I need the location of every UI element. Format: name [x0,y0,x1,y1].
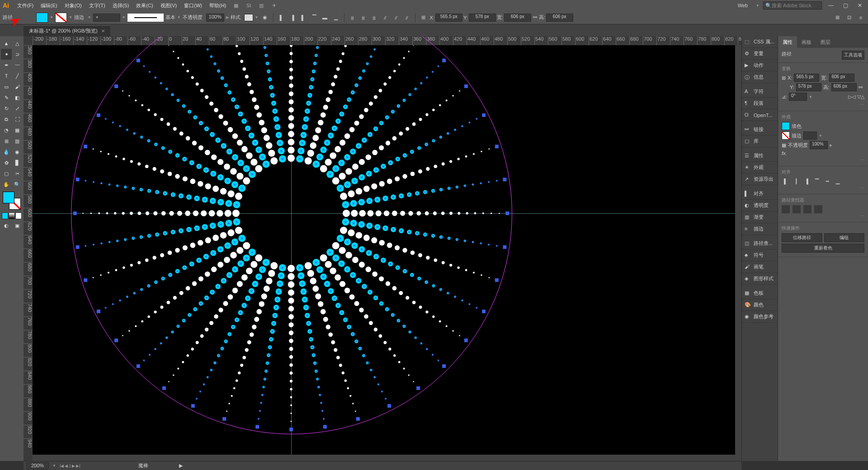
ruler-origin[interactable] [24,36,33,45]
prop-fill-swatch[interactable] [782,122,790,130]
chevron-down-icon[interactable]: ▼ [756,4,760,8]
pathfinder-intersect-icon[interactable] [803,205,811,213]
ref-point-icon[interactable]: ⊞ [782,75,786,81]
prefs-icon[interactable]: ⊞ [833,13,842,22]
panel-asset-export[interactable]: ↗资源导出 [742,174,778,185]
fx-button[interactable]: fx. [782,150,787,156]
flip-h-icon[interactable]: ▷◁ [848,94,855,100]
blend-tool[interactable]: ◉ [12,146,23,157]
fill-swatch[interactable] [36,13,48,23]
screen-mode[interactable]: ▣ [12,220,23,231]
align-hcenter-icon[interactable]: ┃ [792,177,800,185]
zoom-input[interactable]: 200% [26,462,49,470]
panel-color-guide[interactable]: ◉颜色参考 [742,311,778,323]
stock-icon[interactable]: St [244,1,253,10]
panel-links[interactable]: ⚯链接 [742,124,778,136]
panel-paragraph[interactable]: ¶段落 [742,98,778,109]
distribute-icon[interactable]: ⫽ [402,13,411,22]
panel-libraries[interactable]: ▢库 [742,136,778,147]
panel-symbols[interactable]: ♣符号 [742,249,778,261]
graph-tool[interactable]: ▊ [12,157,23,168]
h-input[interactable]: 606 px [546,14,573,22]
align-right-icon[interactable]: ▌ [299,13,308,22]
none-mode[interactable] [15,212,22,219]
selection-tool[interactable]: ▲ [1,38,12,49]
distribute-icon[interactable]: ⫽ [381,13,390,22]
scrollbar-horizontal[interactable] [33,455,741,461]
menu-object[interactable]: 对象(O) [61,2,85,9]
menu-effect[interactable]: 效果(C) [132,2,156,9]
x-input[interactable]: 565.5 px [435,14,462,22]
gradient-tool[interactable]: ▥ [12,136,23,146]
align-right-icon[interactable]: ▐ [802,177,811,185]
menu-edit[interactable]: 编辑(E) [37,2,61,9]
menu-help[interactable]: 帮助(H) [206,2,230,9]
prop-angle-input[interactable]: 0° [789,93,807,101]
panel-actions[interactable]: ▶动作 [742,60,778,71]
style-label[interactable]: 样式 [231,14,241,21]
align-top-icon[interactable]: ▔ [813,177,821,185]
panel-character[interactable]: A字符 [742,86,778,98]
close-icon[interactable]: ✕ [101,28,105,33]
w-input[interactable]: 606 px [504,14,531,22]
rotate-tool[interactable]: ↻ [1,103,12,114]
workspace-switcher[interactable]: Web [733,3,752,8]
distribute-icon[interactable]: ⫼ [359,13,368,22]
prop-opacity-input[interactable]: 100% [810,141,828,149]
distribute-icon[interactable]: ⫽ [392,13,401,22]
menu-type[interactable]: 文字(T) [85,2,109,9]
panel-gradient[interactable]: ▥渐变 [742,212,778,223]
stroke-profile[interactable] [127,14,164,22]
align-top-icon[interactable]: ▔ [310,13,319,22]
pathfinder-minus-icon[interactable] [793,205,801,213]
menu-view[interactable]: 视图(V) [157,2,181,9]
scrollbar-vertical[interactable] [735,45,741,455]
zoom-tool[interactable]: 🔍 [12,179,23,190]
eyedropper-tool[interactable]: 💧 [1,146,12,157]
tab-properties[interactable]: 属性 [778,36,797,48]
prefs-icon[interactable]: ⊡ [844,13,854,22]
shaper-tool[interactable]: ✎ [1,92,12,103]
search-input[interactable]: 🔍 搜索 Adobe Stock [763,1,822,9]
panel-stroke[interactable]: ≡描边 [742,223,778,235]
chevron-down-icon[interactable]: ▼ [69,15,72,19]
mesh-tool[interactable]: ⊞ [1,136,12,146]
chevron-down-icon[interactable]: ▼ [88,15,91,19]
pathfinder-unite-icon[interactable] [782,205,790,213]
panel-variables[interactable]: ⚙变量 [742,48,778,60]
chevron-down-icon[interactable]: ▼ [50,15,53,19]
distribute-icon[interactable]: ⫼ [370,13,379,22]
pathfinder-exclude-icon[interactable] [814,205,822,213]
prop-x-input[interactable]: 565.5 px [794,74,819,82]
tab-artboard[interactable]: 画板 [797,36,816,48]
menu-window[interactable]: 窗口(W) [180,2,206,9]
flip-v-icon[interactable]: ▽△ [857,94,864,100]
panel-color[interactable]: 🎨颜色 [742,299,778,311]
panel-brushes[interactable]: 🖌画笔 [742,261,778,273]
bridge-icon[interactable]: ▦ [231,1,241,10]
ruler-vertical[interactable]: 3603804004204404604805005205405605806006… [24,45,33,461]
pen-tool[interactable]: ✒ [1,60,12,70]
symbol-tool[interactable]: ✿ [1,157,12,168]
shape-builder-tool[interactable]: ◔ [1,125,12,136]
brush-tool[interactable]: 🖌 [12,81,23,92]
panel-properties[interactable]: ☰属性 [742,150,778,162]
panel-swatches[interactable]: ▦色板 [742,287,778,299]
opacity-label[interactable]: 不透明度 [183,14,203,21]
prop-w-input[interactable]: 606 px [829,74,854,82]
stroke-weight-input[interactable]: ▼ [93,14,120,22]
align-vcenter-icon[interactable]: ▬ [321,13,330,22]
direct-select-tool[interactable]: △ [12,38,23,49]
menu-icon[interactable]: ≡ [856,13,865,22]
link-icon[interactable]: ⚯ [859,85,863,90]
panel-opentype[interactable]: OOpenT... [742,109,778,121]
prop-stroke-weight[interactable] [803,132,817,140]
align-bottom-icon[interactable]: ▁ [331,13,340,22]
menu-file[interactable]: 文件(F) [14,2,37,9]
tab-layers[interactable]: 图层 [816,36,835,48]
draw-mode[interactable]: ◐ [1,220,12,231]
opacity-input[interactable]: 100% [206,14,224,22]
panel-align[interactable]: ▌对齐 [742,188,778,200]
eraser-tool[interactable]: ◧ [12,92,23,103]
tool-options-button[interactable]: 工具选项 [842,51,864,60]
